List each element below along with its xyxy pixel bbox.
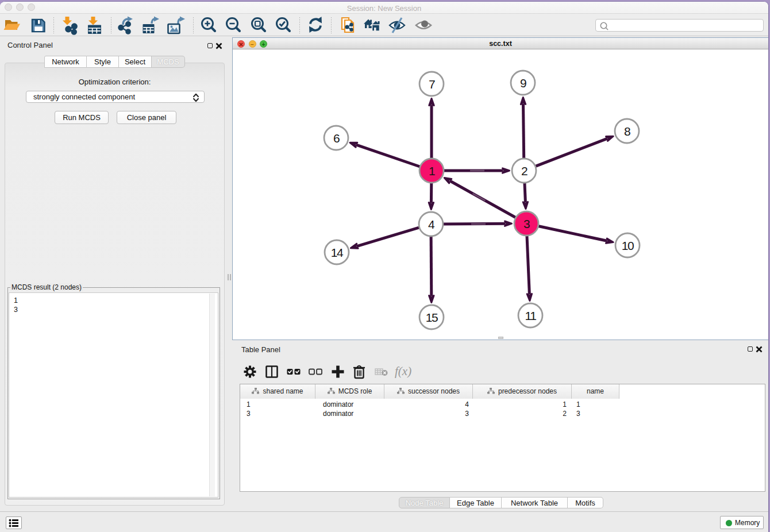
svg-text:11: 11 [525,309,537,322]
svg-text:10: 10 [622,239,634,252]
svg-text:8: 8 [624,125,630,138]
svg-text:14: 14 [331,246,344,259]
svg-text:1: 1 [429,164,435,178]
svg-text:3: 3 [523,217,530,230]
svg-text:6: 6 [333,132,340,145]
svg-text:9: 9 [520,76,526,90]
svg-text:15: 15 [426,311,438,324]
svg-text:2: 2 [521,164,528,178]
svg-text:7: 7 [429,78,435,91]
